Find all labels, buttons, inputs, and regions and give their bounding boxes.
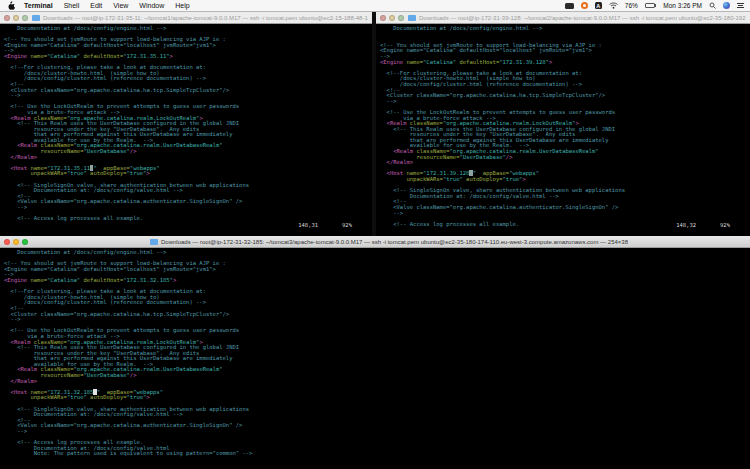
record-icon[interactable]: [581, 2, 588, 9]
battery-icon[interactable]: [645, 3, 657, 8]
siri-icon[interactable]: [723, 2, 730, 9]
vim-ruler: 148,31 92%: [298, 222, 352, 228]
window-titlebar[interactable]: Downloads — root@ip-172-31-35-11: ~/tomc…: [0, 12, 372, 24]
terminal-content-tomcat1[interactable]: Documentation at /docs/config/engine.htm…: [0, 24, 372, 236]
window-title-group: Downloads — root@ip-172-31-39-128: ~/tom…: [408, 15, 746, 21]
close-button[interactable]: [4, 15, 10, 21]
cursor-position: 148,32: [676, 222, 696, 228]
battery-percentage: 76%: [625, 2, 638, 9]
zoom-button[interactable]: [22, 239, 28, 245]
window-title-group: Downloads — root@ip-172-31-35-11: ~/tomc…: [32, 15, 368, 21]
window-titlebar[interactable]: Downloads — root@ip-172-31-39-128: ~/tom…: [376, 12, 750, 24]
scroll-percentage: 92%: [720, 222, 730, 228]
minimize-button[interactable]: [13, 239, 19, 245]
terminal-content-tomcat2[interactable]: Documentation at /docs/config/engine.htm…: [376, 24, 750, 236]
window-title: Downloads — root@ip-172-31-32-185: ~/tom…: [161, 239, 628, 245]
input-source-icon[interactable]: A: [595, 2, 602, 9]
desktop: Terminal Shell Edit View Window Help A 7…: [0, 0, 750, 469]
traffic-lights: [4, 239, 28, 245]
folder-icon: [150, 239, 158, 245]
terminal-window-tomcat3: Downloads — root@ip-172-31-32-185: ~/tom…: [0, 236, 750, 469]
window-title: Downloads — root@ip-172-31-39-128: ~/tom…: [419, 15, 746, 21]
traffic-lights: [380, 15, 404, 21]
terminal-window-tomcat1: Downloads — root@ip-172-31-35-11: ~/tomc…: [0, 12, 372, 236]
apple-menu-icon[interactable]: [8, 1, 15, 10]
vim-ruler: 148,32 92%: [676, 222, 730, 228]
menu-bar-clock[interactable]: Mon 3:26 PM: [663, 2, 702, 9]
minimize-button[interactable]: [389, 15, 395, 21]
window-titlebar[interactable]: Downloads — root@ip-172-31-32-185: ~/tom…: [0, 236, 750, 248]
wifi-icon[interactable]: [609, 2, 618, 9]
window-title-group: Downloads — root@ip-172-31-32-185: ~/tom…: [150, 239, 628, 245]
menu-view[interactable]: View: [113, 2, 128, 9]
folder-icon: [32, 15, 40, 21]
code-line: <!-- Access log processes all example.: [4, 216, 372, 222]
window-title: Downloads — root@ip-172-31-35-11: ~/tomc…: [43, 15, 368, 21]
traffic-lights: [4, 15, 28, 21]
minimize-button[interactable]: [13, 15, 19, 21]
terminal-window-tomcat2: Downloads — root@ip-172-31-39-128: ~/tom…: [376, 12, 750, 236]
menu-window[interactable]: Window: [139, 2, 164, 9]
cursor-position: 148,31: [298, 222, 318, 228]
code-line: Note: The pattern used is equivalent to …: [4, 451, 750, 457]
folder-icon: [408, 15, 416, 21]
menu-shell[interactable]: Shell: [64, 2, 80, 9]
scroll-percentage: 92%: [342, 222, 352, 228]
display-icon[interactable]: [565, 3, 574, 9]
terminal-content-tomcat3[interactable]: Documentation at /docs/config/engine.htm…: [0, 248, 750, 469]
spotlight-icon[interactable]: [709, 2, 716, 9]
menu-help[interactable]: Help: [175, 2, 189, 9]
menu-terminal[interactable]: Terminal: [24, 2, 53, 9]
menu-bar: Terminal Shell Edit View Window Help A 7…: [0, 0, 750, 12]
notification-center-icon[interactable]: [737, 3, 744, 8]
close-button[interactable]: [4, 239, 10, 245]
zoom-button[interactable]: [22, 15, 28, 21]
close-button[interactable]: [380, 15, 386, 21]
menu-edit[interactable]: Edit: [90, 2, 102, 9]
zoom-button[interactable]: [398, 15, 404, 21]
